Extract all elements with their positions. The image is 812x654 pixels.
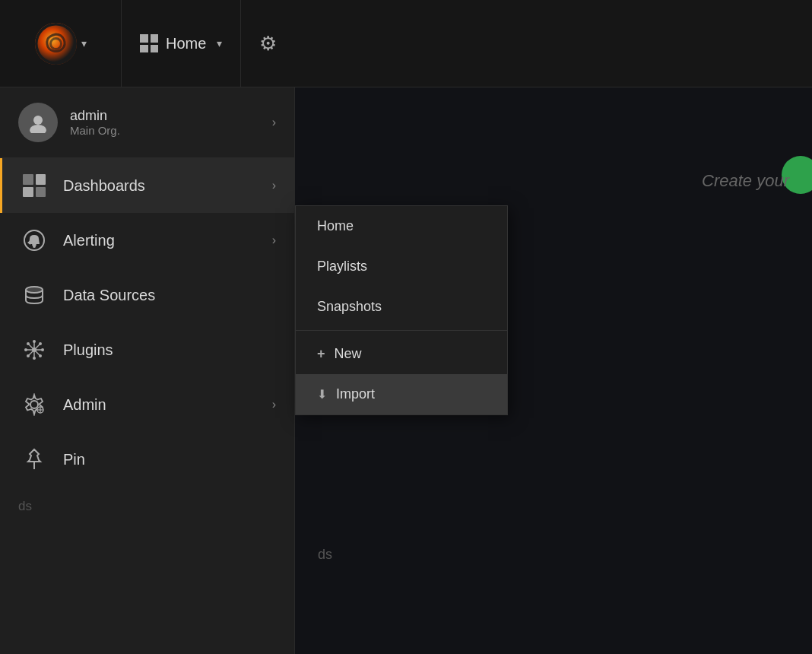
sidebar-item-alerting[interactable]: Alerting › xyxy=(0,213,294,268)
grafana-logo-svg xyxy=(35,23,77,65)
pin-icon xyxy=(21,446,48,473)
avatar xyxy=(18,103,58,142)
dropdown-home[interactable]: Home xyxy=(296,206,507,246)
admin-expand-arrow: › xyxy=(272,398,276,411)
grafana-logo xyxy=(35,23,77,65)
download-icon: ⬇ xyxy=(317,387,327,402)
dropdown-import-label: Import xyxy=(336,386,375,402)
sidebar-item-plugins[interactable]: Plugins xyxy=(0,322,294,377)
dashboards-icon xyxy=(21,172,48,199)
logo-dropdown-arrow[interactable]: ▾ xyxy=(81,37,87,49)
pushpin-icon xyxy=(24,448,45,471)
home-dropdown-arrow: ▾ xyxy=(217,37,222,49)
database-icon xyxy=(23,284,46,306)
gear-admin-icon xyxy=(23,393,46,416)
topbar: ▾ Home ▾ ⚙ xyxy=(0,0,812,87)
dropdown-new-label: New xyxy=(335,346,362,362)
plugins-icon xyxy=(21,336,48,364)
alerting-expand-arrow: › xyxy=(272,233,276,247)
sidebar-alerting-label: Alerting xyxy=(63,232,115,249)
create-your-text: Create your xyxy=(702,171,789,191)
dropdown-home-label: Home xyxy=(317,218,354,234)
user-name: admin xyxy=(70,108,260,124)
svg-point-7 xyxy=(33,245,36,248)
dropdown-playlists[interactable]: Playlists xyxy=(296,246,507,287)
sidebar-bottom-hint: ds xyxy=(0,487,294,526)
bottom-label: ds xyxy=(318,547,332,563)
svg-point-19 xyxy=(27,342,30,345)
dropdown-snapshots-label: Snapshots xyxy=(317,299,382,315)
admin-icon xyxy=(21,391,48,418)
home-nav-button[interactable]: Home ▾ xyxy=(122,0,241,87)
svg-point-22 xyxy=(27,354,30,357)
sidebar-item-admin[interactable]: Admin › xyxy=(0,377,294,432)
sidebar-item-pin[interactable]: Pin xyxy=(0,432,294,487)
plus-icon: + xyxy=(317,346,325,362)
dropdown-playlists-label: Playlists xyxy=(317,259,367,275)
svg-point-20 xyxy=(39,354,42,357)
svg-point-16 xyxy=(33,357,36,360)
svg-point-17 xyxy=(24,348,27,351)
dashboard-grid-icon xyxy=(140,34,158,52)
data-sources-icon xyxy=(21,281,48,309)
home-label: Home xyxy=(166,35,206,52)
svg-point-1 xyxy=(37,25,74,62)
svg-point-23 xyxy=(30,401,38,408)
user-expand-arrow: › xyxy=(272,116,276,129)
dropdown-snapshots[interactable]: Snapshots xyxy=(296,287,507,327)
svg-point-21 xyxy=(39,342,42,345)
sidebar-item-dashboards[interactable]: Dashboards › xyxy=(0,158,294,213)
svg-point-15 xyxy=(33,340,36,343)
svg-point-3 xyxy=(33,116,43,125)
logo-area[interactable]: ▾ xyxy=(0,0,122,87)
user-info: admin Main Org. xyxy=(70,108,260,137)
dropdown-divider xyxy=(296,330,507,331)
snowflake-icon xyxy=(23,338,46,361)
sidebar: admin Main Org. › Dashboards › xyxy=(0,87,295,654)
settings-button[interactable]: ⚙ xyxy=(241,0,295,87)
dropdown-new[interactable]: + New xyxy=(296,334,507,374)
user-avatar-icon xyxy=(27,112,49,133)
main-area: admin Main Org. › Dashboards › xyxy=(0,87,812,654)
sidebar-item-data-sources[interactable]: Data Sources xyxy=(0,268,294,322)
bell-icon xyxy=(23,229,46,252)
alerting-icon xyxy=(21,227,48,254)
sidebar-plugins-label: Plugins xyxy=(63,341,113,359)
user-org: Main Org. xyxy=(70,124,260,137)
sidebar-dashboards-label: Dashboards xyxy=(63,177,145,195)
svg-point-9 xyxy=(26,287,43,293)
sidebar-admin-label: Admin xyxy=(63,396,106,414)
dashboards-expand-arrow: › xyxy=(272,179,276,192)
svg-point-4 xyxy=(30,125,46,133)
user-section[interactable]: admin Main Org. › xyxy=(0,87,294,158)
sidebar-pin-label: Pin xyxy=(63,451,85,468)
dropdown-import[interactable]: ⬇ Import xyxy=(296,374,507,414)
dashboards-dropdown: Home Playlists Snapshots + New ⬇ Import xyxy=(295,205,508,415)
svg-point-18 xyxy=(41,348,44,351)
sidebar-data-sources-label: Data Sources xyxy=(63,287,155,304)
gear-icon: ⚙ xyxy=(259,32,277,56)
